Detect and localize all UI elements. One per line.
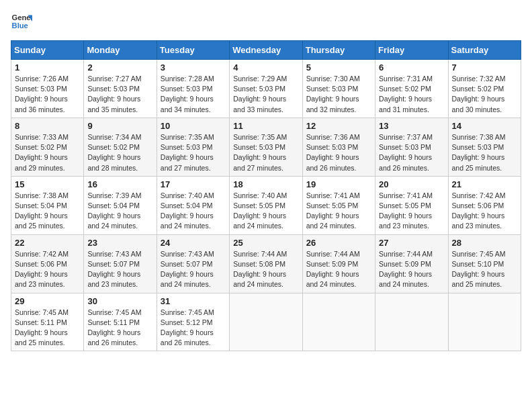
day-number: 29 (15, 296, 80, 306)
day-info: Sunrise: 7:28 AM Sunset: 5:03 PM Dayligh… (161, 74, 226, 115)
day-cell: 31Sunrise: 7:45 AM Sunset: 5:12 PM Dayli… (157, 293, 229, 351)
day-info: Sunrise: 7:27 AM Sunset: 5:03 PM Dayligh… (87, 74, 152, 115)
day-cell: 18Sunrise: 7:40 AM Sunset: 5:05 PM Dayli… (230, 176, 302, 234)
day-number: 8 (15, 121, 80, 131)
day-number: 14 (452, 121, 517, 131)
day-cell: 17Sunrise: 7:40 AM Sunset: 5:04 PM Dayli… (157, 176, 229, 234)
day-cell: 11Sunrise: 7:35 AM Sunset: 5:03 PM Dayli… (230, 118, 302, 176)
day-number: 28 (452, 238, 517, 248)
day-number: 12 (306, 121, 371, 131)
day-info: Sunrise: 7:29 AM Sunset: 5:03 PM Dayligh… (233, 74, 298, 115)
day-info: Sunrise: 7:45 AM Sunset: 5:10 PM Dayligh… (452, 249, 517, 290)
day-info: Sunrise: 7:40 AM Sunset: 5:04 PM Dayligh… (161, 191, 226, 232)
day-info: Sunrise: 7:45 AM Sunset: 5:11 PM Dayligh… (15, 308, 80, 349)
day-number: 6 (379, 62, 444, 73)
day-info: Sunrise: 7:38 AM Sunset: 5:03 PM Dayligh… (452, 132, 517, 173)
day-info: Sunrise: 7:30 AM Sunset: 5:03 PM Dayligh… (306, 74, 371, 115)
day-info: Sunrise: 7:44 AM Sunset: 5:08 PM Dayligh… (233, 249, 298, 290)
header: General Blue (11, 11, 521, 32)
day-number: 25 (233, 238, 298, 248)
calendar-table: SundayMondayTuesdayWednesdayThursdayFrid… (11, 40, 521, 351)
day-info: Sunrise: 7:45 AM Sunset: 5:12 PM Dayligh… (161, 308, 226, 349)
weekday-header-monday: Monday (84, 41, 157, 60)
day-number: 27 (379, 238, 444, 248)
day-cell: 13Sunrise: 7:37 AM Sunset: 5:03 PM Dayli… (375, 118, 448, 176)
day-cell: 15Sunrise: 7:38 AM Sunset: 5:04 PM Dayli… (11, 176, 84, 234)
week-row-4: 22Sunrise: 7:42 AM Sunset: 5:06 PM Dayli… (11, 234, 521, 293)
day-number: 4 (233, 62, 298, 73)
day-cell: 5Sunrise: 7:30 AM Sunset: 5:03 PM Daylig… (302, 60, 375, 118)
day-number: 3 (161, 62, 226, 73)
weekday-header-tuesday: Tuesday (157, 41, 229, 60)
day-number: 30 (87, 296, 152, 306)
weekday-header-row: SundayMondayTuesdayWednesdayThursdayFrid… (11, 41, 521, 60)
day-info: Sunrise: 7:37 AM Sunset: 5:03 PM Dayligh… (379, 132, 444, 173)
day-cell: 6Sunrise: 7:31 AM Sunset: 5:02 PM Daylig… (375, 60, 448, 118)
day-cell: 28Sunrise: 7:45 AM Sunset: 5:10 PM Dayli… (448, 234, 521, 293)
day-info: Sunrise: 7:40 AM Sunset: 5:05 PM Dayligh… (233, 191, 298, 232)
day-info: Sunrise: 7:35 AM Sunset: 5:03 PM Dayligh… (233, 132, 298, 173)
day-info: Sunrise: 7:41 AM Sunset: 5:05 PM Dayligh… (306, 191, 371, 232)
day-info: Sunrise: 7:26 AM Sunset: 5:03 PM Dayligh… (15, 74, 80, 115)
logo-icon: General Blue (11, 11, 32, 32)
day-number: 17 (161, 179, 226, 189)
day-info: Sunrise: 7:44 AM Sunset: 5:09 PM Dayligh… (306, 249, 371, 290)
day-cell: 12Sunrise: 7:36 AM Sunset: 5:03 PM Dayli… (302, 118, 375, 176)
day-info: Sunrise: 7:43 AM Sunset: 5:07 PM Dayligh… (87, 249, 152, 290)
day-cell (230, 293, 302, 351)
day-number: 31 (161, 296, 226, 306)
day-number: 21 (452, 179, 517, 189)
day-cell: 24Sunrise: 7:43 AM Sunset: 5:07 PM Dayli… (157, 234, 229, 293)
day-cell: 4Sunrise: 7:29 AM Sunset: 5:03 PM Daylig… (230, 60, 302, 118)
day-info: Sunrise: 7:34 AM Sunset: 5:02 PM Dayligh… (87, 132, 152, 173)
day-cell: 22Sunrise: 7:42 AM Sunset: 5:06 PM Dayli… (11, 234, 84, 293)
week-row-1: 1Sunrise: 7:26 AM Sunset: 5:03 PM Daylig… (11, 60, 521, 118)
day-info: Sunrise: 7:36 AM Sunset: 5:03 PM Dayligh… (306, 132, 371, 173)
day-number: 24 (161, 238, 226, 248)
day-cell: 7Sunrise: 7:32 AM Sunset: 5:02 PM Daylig… (448, 60, 521, 118)
day-number: 7 (452, 62, 517, 73)
day-cell: 16Sunrise: 7:39 AM Sunset: 5:04 PM Dayli… (84, 176, 157, 234)
day-info: Sunrise: 7:44 AM Sunset: 5:09 PM Dayligh… (379, 249, 444, 290)
day-number: 5 (306, 62, 371, 73)
day-number: 1 (15, 62, 80, 73)
day-info: Sunrise: 7:42 AM Sunset: 5:06 PM Dayligh… (15, 249, 80, 290)
day-number: 11 (233, 121, 298, 131)
weekday-header-sunday: Sunday (11, 41, 84, 60)
day-cell: 25Sunrise: 7:44 AM Sunset: 5:08 PM Dayli… (230, 234, 302, 293)
day-number: 19 (306, 179, 371, 189)
day-info: Sunrise: 7:41 AM Sunset: 5:05 PM Dayligh… (379, 191, 444, 232)
day-number: 13 (379, 121, 444, 131)
day-cell: 26Sunrise: 7:44 AM Sunset: 5:09 PM Dayli… (302, 234, 375, 293)
day-cell (448, 293, 521, 351)
day-info: Sunrise: 7:42 AM Sunset: 5:06 PM Dayligh… (452, 191, 517, 232)
day-info: Sunrise: 7:35 AM Sunset: 5:03 PM Dayligh… (161, 132, 226, 173)
day-number: 23 (87, 238, 152, 248)
day-info: Sunrise: 7:31 AM Sunset: 5:02 PM Dayligh… (379, 74, 444, 115)
day-info: Sunrise: 7:43 AM Sunset: 5:07 PM Dayligh… (161, 249, 226, 290)
day-cell (375, 293, 448, 351)
day-cell: 23Sunrise: 7:43 AM Sunset: 5:07 PM Dayli… (84, 234, 157, 293)
logo: General Blue (11, 11, 35, 32)
day-cell: 19Sunrise: 7:41 AM Sunset: 5:05 PM Dayli… (302, 176, 375, 234)
day-number: 16 (87, 179, 152, 189)
day-cell: 1Sunrise: 7:26 AM Sunset: 5:03 PM Daylig… (11, 60, 84, 118)
day-info: Sunrise: 7:32 AM Sunset: 5:02 PM Dayligh… (452, 74, 517, 115)
day-number: 15 (15, 179, 80, 189)
day-info: Sunrise: 7:33 AM Sunset: 5:02 PM Dayligh… (15, 132, 80, 173)
day-cell: 9Sunrise: 7:34 AM Sunset: 5:02 PM Daylig… (84, 118, 157, 176)
day-info: Sunrise: 7:38 AM Sunset: 5:04 PM Dayligh… (15, 191, 80, 232)
weekday-header-saturday: Saturday (448, 41, 521, 60)
week-row-2: 8Sunrise: 7:33 AM Sunset: 5:02 PM Daylig… (11, 118, 521, 176)
day-cell: 2Sunrise: 7:27 AM Sunset: 5:03 PM Daylig… (84, 60, 157, 118)
weekday-header-wednesday: Wednesday (230, 41, 302, 60)
week-row-5: 29Sunrise: 7:45 AM Sunset: 5:11 PM Dayli… (11, 293, 521, 351)
day-number: 18 (233, 179, 298, 189)
day-cell: 14Sunrise: 7:38 AM Sunset: 5:03 PM Dayli… (448, 118, 521, 176)
day-cell: 29Sunrise: 7:45 AM Sunset: 5:11 PM Dayli… (11, 293, 84, 351)
week-row-3: 15Sunrise: 7:38 AM Sunset: 5:04 PM Dayli… (11, 176, 521, 234)
weekday-header-thursday: Thursday (302, 41, 375, 60)
day-cell: 30Sunrise: 7:45 AM Sunset: 5:11 PM Dayli… (84, 293, 157, 351)
day-info: Sunrise: 7:45 AM Sunset: 5:11 PM Dayligh… (87, 308, 152, 349)
day-cell (302, 293, 375, 351)
